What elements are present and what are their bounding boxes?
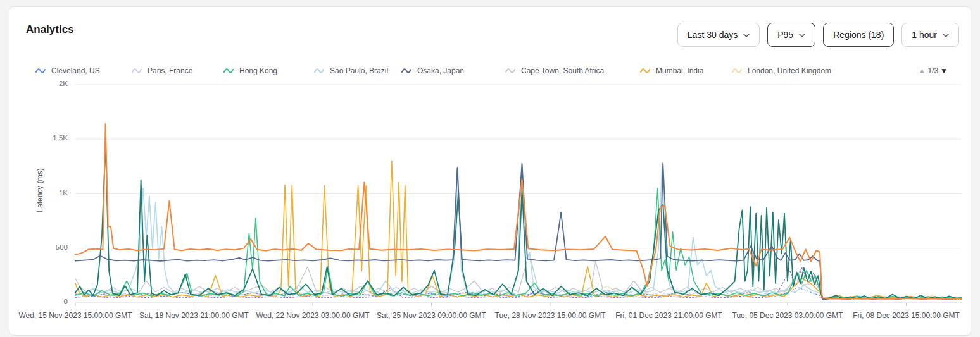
filter-toolbar: Last 30 days P95 Regions (18) 1 hour <box>677 23 959 47</box>
series-wave-icon <box>401 67 411 75</box>
timerange-label: Last 30 days <box>688 30 738 40</box>
legend-page-down-icon[interactable]: ▼ <box>940 66 948 75</box>
legend-label: Cleveland, US <box>51 66 100 75</box>
legend-label: Hong Kong <box>239 66 277 75</box>
legend-item-cape-town-south-africa[interactable]: Cape Town, South Africa <box>505 66 604 75</box>
analytics-card: Analytics Last 30 days P95 Regions (18) … <box>9 6 971 336</box>
percentile-dropdown[interactable]: P95 <box>767 23 815 47</box>
legend-label: São Paulo, Brazil <box>330 66 388 75</box>
timerange-dropdown[interactable]: Last 30 days <box>677 23 760 47</box>
latency-chart-plot[interactable] <box>75 85 962 307</box>
chevron-down-icon <box>943 34 949 37</box>
page-title: Analytics <box>26 23 74 36</box>
series-wave-icon <box>732 67 742 75</box>
chevron-down-icon <box>743 34 750 37</box>
legend-label: London, United Kingdom <box>748 66 831 75</box>
legend-item-cleveland-us[interactable]: Cleveland, US <box>35 66 100 75</box>
series-line-osaka-japan <box>75 163 962 298</box>
regions-button[interactable]: Regions (18) <box>823 23 894 47</box>
series-line-unlabeled-orange <box>75 124 962 299</box>
series-line-sao-paulo-brazil <box>75 163 962 298</box>
y-tick-label: 500 <box>9 243 68 251</box>
legend-label: Cape Town, South Africa <box>521 66 604 75</box>
legend-item-osaka-japan[interactable]: Osaka, Japan <box>401 66 464 75</box>
y-tick-label: 1K <box>9 189 68 197</box>
series-wave-icon <box>640 67 650 75</box>
x-tick-label: Wed, 22 Nov 2023 03:00:00 GMT <box>249 311 376 320</box>
legend-page-indicator: 1/3 <box>927 66 938 75</box>
x-tick-label: Tue, 28 Nov 2023 15:00:00 GMT <box>487 311 613 320</box>
legend-item-hong-kong[interactable]: Hong Kong <box>223 66 277 75</box>
x-tick-label: Tue, 05 Dec 2023 03:00:00 GMT <box>724 311 851 320</box>
series-wave-icon <box>35 67 46 75</box>
legend-item-mumbai-india[interactable]: Mumbai, India <box>640 66 703 75</box>
percentile-label: P95 <box>777 30 793 40</box>
y-tick-label: 1.5K <box>9 134 68 142</box>
series-line-unlabeled-teal <box>75 145 962 299</box>
interval-dropdown[interactable]: 1 hour <box>901 23 959 47</box>
series-line-mumbai-india <box>75 161 962 299</box>
chevron-down-icon <box>799 34 805 37</box>
y-tick-label: 2K <box>9 80 68 87</box>
series-wave-icon <box>314 67 324 75</box>
x-tick-label: Sat, 18 Nov 2023 21:00:00 GMT <box>131 311 258 320</box>
series-wave-icon <box>505 67 515 75</box>
x-tick-label: Fri, 08 Dec 2023 15:00:00 GMT <box>843 311 970 320</box>
legend-item-sao-paulo-brazil[interactable]: São Paulo, Brazil <box>314 66 388 75</box>
series-wave-icon <box>223 67 234 75</box>
chart-legend: Cleveland, US Paris, France Hong Kong Sã… <box>9 66 972 79</box>
legend-item-paris-france[interactable]: Paris, France <box>132 66 192 75</box>
legend-label: Mumbai, India <box>656 66 703 75</box>
legend-pager: ▲ 1/3 ▼ <box>919 66 948 75</box>
analytics-page: Analytics Last 30 days P95 Regions (18) … <box>0 0 980 337</box>
interval-label: 1 hour <box>912 30 937 40</box>
x-tick-label: Sat, 25 Nov 2023 09:00:00 GMT <box>368 311 495 320</box>
y-tick-label: 0 <box>9 298 68 305</box>
legend-item-london-united-kingdom[interactable]: London, United Kingdom <box>732 66 831 75</box>
series-wave-icon <box>132 67 142 75</box>
x-tick-label: Wed, 15 Nov 2023 15:00:00 GMT <box>12 311 139 320</box>
x-tick-label: Fri, 01 Dec 2023 21:00:00 GMT <box>606 311 732 320</box>
legend-label: Osaka, Japan <box>417 66 464 75</box>
legend-label: Paris, France <box>148 66 192 75</box>
legend-page-up-icon[interactable]: ▲ <box>919 66 926 75</box>
regions-label: Regions (18) <box>833 30 884 40</box>
